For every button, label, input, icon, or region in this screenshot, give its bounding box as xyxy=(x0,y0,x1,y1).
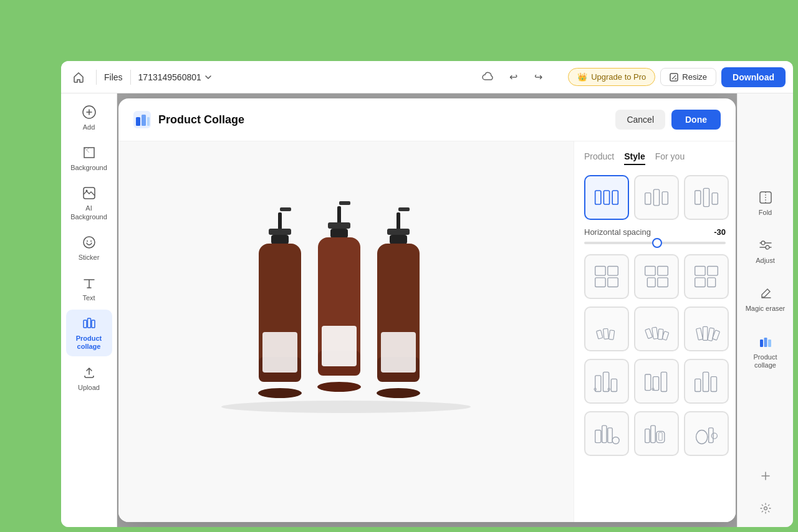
style-panel: Product Style For you xyxy=(574,141,736,522)
modal-cancel-button[interactable]: Cancel xyxy=(615,110,665,130)
svg-rect-11 xyxy=(136,117,140,126)
sidebar-item-upload[interactable]: Upload xyxy=(66,359,112,397)
sidebar-item-sticker[interactable]: Sticker xyxy=(66,229,112,267)
layout-option-14[interactable] xyxy=(634,411,679,456)
spacing-label-text: Horizontal spacing xyxy=(584,227,651,237)
svg-point-38 xyxy=(221,401,471,413)
layout-option-1[interactable] xyxy=(584,175,629,220)
svg-point-91 xyxy=(696,430,708,444)
svg-point-96 xyxy=(766,245,769,249)
tab-for-you[interactable]: For you xyxy=(655,151,685,165)
svg-rect-76 xyxy=(645,374,651,391)
layout-option-4[interactable] xyxy=(584,254,629,299)
layout-option-8[interactable] xyxy=(634,306,679,351)
text-icon xyxy=(80,274,98,292)
layout-option-7[interactable] xyxy=(584,306,629,351)
ai-background-icon xyxy=(80,184,98,202)
download-button[interactable]: Download xyxy=(721,67,786,87)
magic-eraser-label: Magic eraser xyxy=(746,305,786,313)
layout-grid-row2 xyxy=(584,254,726,299)
svg-rect-83 xyxy=(595,430,601,443)
svg-rect-58 xyxy=(695,278,706,287)
right-panel-magic-eraser[interactable]: Magic eraser xyxy=(743,280,789,318)
collapse-button[interactable] xyxy=(743,495,789,522)
layout-option-10[interactable] xyxy=(584,359,629,404)
layout-option-15[interactable] xyxy=(684,411,729,456)
svg-rect-98 xyxy=(764,338,767,347)
svg-rect-25 xyxy=(339,201,350,205)
undo-button[interactable]: ↩ xyxy=(503,67,523,87)
product-preview[interactable]: 🤚 xyxy=(118,141,574,522)
app-window: Files 1713149560801 ↩ ↪ 👑 Upgrade to Pro xyxy=(61,61,793,527)
spacing-control: Horizontal spacing -30 xyxy=(584,227,726,244)
tab-style[interactable]: Style xyxy=(624,151,645,165)
svg-rect-78 xyxy=(661,372,666,391)
fold-icon xyxy=(757,189,774,206)
layout-option-11[interactable] xyxy=(634,359,679,404)
svg-point-21 xyxy=(258,388,302,398)
layout-option-5[interactable] xyxy=(634,254,679,299)
svg-rect-40 xyxy=(603,191,609,204)
svg-rect-46 xyxy=(703,188,709,206)
resize-button[interactable]: Resize xyxy=(660,68,716,86)
sidebar-item-add[interactable]: Add xyxy=(66,98,112,136)
modal-done-button[interactable]: Done xyxy=(671,110,721,130)
svg-point-3 xyxy=(85,190,87,192)
right-panel-fold[interactable]: Fold xyxy=(743,184,789,222)
svg-rect-49 xyxy=(608,267,618,276)
filename-button[interactable]: 1713149560801 xyxy=(138,72,213,82)
modal-body: 🤚 Product Style For you xyxy=(118,141,736,522)
sidebar-item-ai-background[interactable]: AI Background xyxy=(66,179,112,226)
magic-eraser-icon xyxy=(757,285,774,302)
layout-grid-row4 xyxy=(584,359,726,404)
expand-button[interactable] xyxy=(743,462,789,490)
layout-option-2[interactable] xyxy=(634,175,679,220)
modal-header: Product Collage Cancel Done xyxy=(118,98,736,141)
redo-button[interactable]: ↪ xyxy=(528,67,548,87)
layout-option-13[interactable] xyxy=(584,411,629,456)
modal-logo-icon xyxy=(133,111,151,128)
spacing-slider-track[interactable] xyxy=(584,242,726,244)
svg-rect-55 xyxy=(658,278,668,287)
layout-option-3[interactable] xyxy=(684,175,729,220)
svg-rect-15 xyxy=(269,229,291,235)
right-panel-product-collage[interactable]: Product collage xyxy=(743,328,789,374)
layout-grid-row5 xyxy=(584,411,726,456)
cloud-save-button[interactable] xyxy=(478,67,498,87)
files-button[interactable]: Files xyxy=(104,72,123,82)
layout-grid-row3 xyxy=(584,306,726,351)
svg-rect-42 xyxy=(645,193,651,204)
sidebar-item-background[interactable]: Background xyxy=(66,139,112,177)
layout-option-12[interactable] xyxy=(684,359,729,404)
svg-rect-56 xyxy=(695,267,706,276)
adjust-icon xyxy=(757,237,774,254)
svg-rect-90 xyxy=(659,432,663,440)
spacing-slider-thumb[interactable] xyxy=(652,238,662,248)
canvas-area[interactable]: Product Collage Cancel Done xyxy=(117,93,737,527)
svg-rect-80 xyxy=(695,379,701,391)
sidebar-item-text[interactable]: Text xyxy=(66,269,112,307)
svg-point-5 xyxy=(87,240,88,242)
svg-rect-64 xyxy=(652,327,658,339)
layout-option-6[interactable] xyxy=(684,254,729,299)
home-button[interactable] xyxy=(69,67,89,87)
svg-rect-88 xyxy=(651,425,655,443)
svg-rect-87 xyxy=(645,429,650,443)
layout-options-section xyxy=(584,254,726,456)
svg-rect-14 xyxy=(278,212,282,231)
svg-rect-52 xyxy=(645,267,656,276)
svg-rect-67 xyxy=(696,328,703,340)
layout-option-9[interactable] xyxy=(684,306,729,351)
sidebar-sticker-label: Sticker xyxy=(79,254,100,262)
svg-rect-12 xyxy=(142,115,146,126)
tab-product[interactable]: Product xyxy=(584,151,614,165)
svg-point-6 xyxy=(90,240,92,242)
upgrade-button[interactable]: 👑 Upgrade to Pro xyxy=(568,68,655,86)
sidebar-item-product-collage[interactable]: Product collage xyxy=(66,310,112,356)
svg-rect-82 xyxy=(711,377,716,392)
right-panel-adjust[interactable]: Adjust xyxy=(743,232,789,270)
svg-rect-8 xyxy=(87,318,90,328)
sidebar-text-label: Text xyxy=(82,294,95,302)
bottles-illustration: 🤚 xyxy=(203,195,489,469)
sidebar-upload-label: Upload xyxy=(78,384,100,392)
